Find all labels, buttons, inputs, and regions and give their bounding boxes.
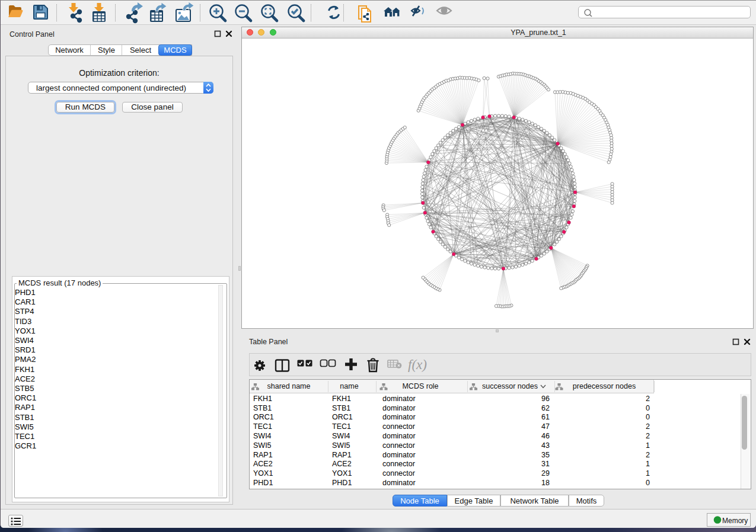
svg-text:f(x): f(x) [408, 357, 427, 372]
